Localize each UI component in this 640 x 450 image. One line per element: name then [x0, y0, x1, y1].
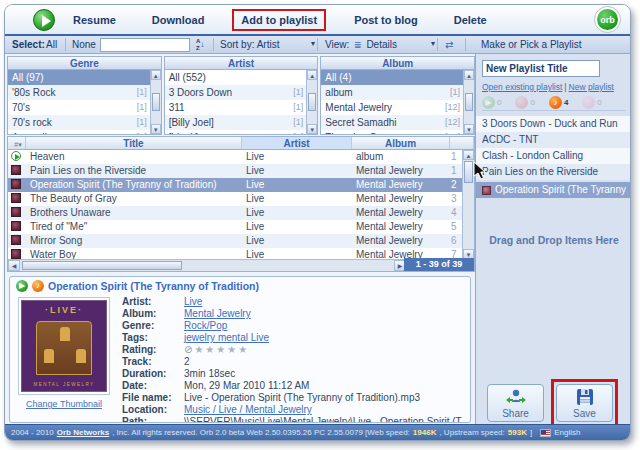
track-number: 2 — [184, 356, 190, 368]
list-item[interactable]: A capella[1] — [8, 130, 161, 134]
scroll-thumb[interactable] — [465, 93, 473, 111]
list-item[interactable]: album[1] — [321, 85, 474, 100]
swap-view-icon[interactable]: ⇄ — [445, 39, 453, 50]
photo-type-icon[interactable] — [515, 96, 528, 109]
table-horizontal-scrollbar[interactable]: ◀ ▶ — [8, 259, 406, 271]
genre-scrollbar[interactable]: ▲ ▼ — [150, 70, 161, 134]
album-header[interactable]: Album — [321, 57, 474, 70]
search-input[interactable] — [100, 38, 190, 52]
scroll-thumb[interactable] — [22, 261, 182, 270]
list-item[interactable]: All (552) — [165, 70, 318, 85]
sort-by-dropdown[interactable]: Sort by: Artist — [220, 39, 279, 50]
album-link[interactable]: Mental Jewelry — [184, 308, 251, 320]
change-thumbnail-link[interactable]: Change Thumbnail — [18, 399, 110, 409]
list-item[interactable]: Pain Lies on the Riverside — [476, 164, 631, 180]
filter-icon[interactable]: #▾ — [8, 137, 26, 149]
list-item[interactable]: All (97) — [8, 70, 161, 85]
orb-networks-link[interactable]: Orb Networks — [57, 428, 109, 437]
scroll-up-icon[interactable]: ▲ — [463, 150, 474, 160]
chevron-down-icon[interactable]: ▾ — [431, 39, 435, 48]
scroll-up-icon[interactable]: ▲ — [464, 70, 474, 80]
table-row[interactable]: Heaven Live album 1 — [8, 150, 463, 164]
table-row[interactable]: Tired of "Me" Live Mental Jewelry 5 — [8, 220, 463, 234]
tv-type-icon[interactable] — [582, 96, 595, 109]
scroll-thumb[interactable] — [464, 161, 473, 183]
scroll-thumb[interactable] — [152, 93, 160, 111]
genre-link[interactable]: Rock/Pop — [184, 320, 227, 332]
status-footer: 2004 - 2010 Orb Networks , Inc. All righ… — [5, 424, 630, 440]
artist-link[interactable]: Live — [184, 296, 202, 308]
list-item[interactable]: All (4) — [321, 70, 474, 85]
rating-stars[interactable]: ★★★★★ — [194, 344, 249, 356]
album-column: Album All (4) album[1] Mental Jewelry[12… — [320, 56, 475, 135]
select-none-button[interactable]: None — [72, 39, 96, 50]
scroll-down-icon[interactable]: ▼ — [464, 124, 474, 134]
title-column-header[interactable]: Title — [26, 137, 242, 149]
artist-header[interactable]: Artist — [165, 57, 318, 70]
list-item[interactable]: [Billy Joel][1] — [165, 115, 318, 130]
download-button[interactable]: Download — [152, 14, 205, 26]
scroll-down-icon[interactable]: ▼ — [151, 124, 161, 134]
table-row-selected[interactable]: Operation Spirit (The Tyranny of Traditi… — [8, 178, 463, 192]
language-selector[interactable]: English — [554, 428, 580, 437]
new-playlist-link[interactable]: New playlist — [569, 82, 614, 92]
artist-column-header[interactable]: Artist — [242, 137, 352, 149]
tags-links[interactable]: jewelry mental Live — [184, 332, 269, 344]
view-dropdown[interactable]: View: ≣ Details — [325, 39, 397, 50]
play-button[interactable] — [33, 9, 55, 31]
dragged-list-item[interactable]: Operation Spirit (The Tyranny of Traditi… — [476, 182, 631, 198]
filter-bar: Select: All None AZ ↓ Sort by: Artist ▾ … — [5, 34, 630, 54]
list-item[interactable]: ACDC - TNT — [476, 132, 631, 148]
sort-az-icon[interactable]: AZ ↓ — [196, 38, 209, 52]
list-item[interactable]: 70's rock[1] — [8, 115, 161, 130]
genre-header[interactable]: Genre — [8, 57, 161, 70]
open-existing-playlist-link[interactable]: Open existing playlist — [482, 82, 562, 92]
track-table-header: #▾ Title Artist Album — [8, 137, 474, 150]
new-playlist-title-input[interactable] — [482, 60, 600, 77]
scroll-up-icon[interactable]: ▲ — [151, 70, 161, 80]
play-icon[interactable]: ▶ — [16, 280, 28, 292]
list-item[interactable]: 3 Doors Down[1] — [165, 85, 318, 100]
details-view-icon: ≣ — [354, 40, 362, 50]
album-art: ·LIVE· MENTAL JEWELRY — [18, 297, 110, 395]
filename-value: Live - Operation Spirit (The Tyranny of … — [184, 392, 420, 404]
chevron-down-icon[interactable]: ▾ — [311, 39, 315, 48]
post-to-blog-button[interactable]: Post to blog — [354, 14, 418, 26]
share-button[interactable]: Share — [487, 384, 544, 422]
table-row[interactable]: Brothers Unaware Live Mental Jewelry 4 — [8, 206, 463, 220]
album-column-header[interactable]: Album — [352, 137, 450, 149]
track-column-header[interactable] — [450, 137, 474, 149]
save-button[interactable]: Save — [556, 384, 613, 422]
add-to-playlist-button[interactable]: Add to playlist — [232, 9, 326, 31]
album-scrollbar[interactable]: ▲ ▼ — [463, 70, 474, 134]
scroll-thumb[interactable] — [308, 93, 316, 111]
table-row[interactable]: Mirror Song Live Mental Jewelry 6 — [8, 234, 463, 248]
scroll-left-icon[interactable]: ◀ — [8, 260, 20, 271]
scroll-down-icon[interactable]: ▼ — [307, 124, 317, 134]
list-item[interactable]: 311[1] — [165, 100, 318, 115]
no-rating-icon[interactable]: ⊘ — [184, 344, 192, 356]
select-all-button[interactable]: All — [46, 39, 57, 50]
location-links[interactable]: Music / Live / Mental Jewelry — [184, 404, 312, 416]
table-row[interactable]: Pain Lies on the Riverside Live Mental J… — [8, 164, 463, 178]
scroll-up-icon[interactable]: ▲ — [307, 70, 317, 80]
artist-scrollbar[interactable]: ▲ ▼ — [306, 70, 317, 134]
field-label: Rating: — [122, 344, 184, 356]
list-item[interactable]: [blank][1] — [165, 130, 318, 134]
video-type-icon[interactable]: ▶ — [482, 96, 495, 109]
list-item[interactable]: 70's[1] — [8, 100, 161, 115]
field-label: Date: — [122, 380, 184, 392]
resume-button[interactable]: Resume — [73, 14, 116, 26]
list-item[interactable]: Mental Jewelry[12] — [321, 100, 474, 115]
list-item[interactable]: Throwing Copper[14] — [321, 130, 474, 134]
copyright-prefix: 2004 - 2010 — [11, 428, 54, 437]
audio-type-icon[interactable]: ♪ — [549, 96, 562, 109]
field-label: Track: — [122, 356, 184, 368]
list-item[interactable]: Clash - London Calling — [476, 148, 631, 164]
list-item[interactable]: Secret Samadhi[12] — [321, 115, 474, 130]
list-item[interactable]: 3 Doors Down - Duck and Run — [476, 116, 631, 132]
table-row[interactable]: The Beauty of Gray Live Mental Jewelry 3 — [8, 192, 463, 206]
table-row[interactable]: Water Boy Live Mental Jewelry 7 — [8, 248, 463, 259]
delete-button[interactable]: Delete — [454, 14, 487, 26]
list-item[interactable]: '80s Rock[1] — [8, 85, 161, 100]
